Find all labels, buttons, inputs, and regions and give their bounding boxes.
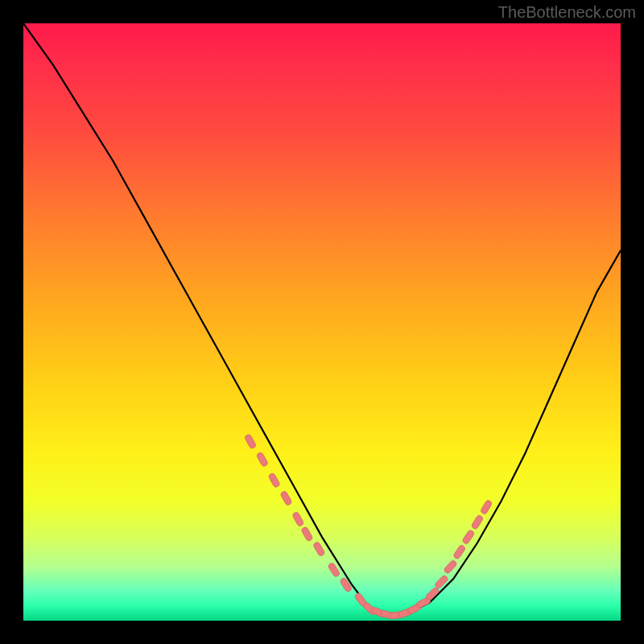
curve-marker	[268, 473, 281, 489]
bottleneck-curve-svg	[23, 23, 621, 621]
curve-marker	[340, 577, 353, 593]
curve-marker	[443, 559, 457, 575]
curve-marker	[256, 452, 269, 468]
watermark-text: TheBottleneck.com	[498, 3, 636, 22]
curve-marker	[480, 499, 493, 515]
curve-marker	[312, 541, 325, 557]
curve-marker	[291, 511, 304, 527]
curve-marker	[280, 490, 293, 506]
chart-plot-area	[23, 23, 621, 621]
curve-marker	[461, 529, 475, 544]
curve-marker	[301, 526, 314, 543]
curve-marker	[244, 434, 257, 450]
curve-markers	[244, 434, 493, 620]
curve-marker	[434, 575, 448, 589]
curve-marker	[452, 544, 466, 559]
curve-marker	[471, 514, 484, 530]
bottleneck-curve-path	[23, 23, 621, 617]
